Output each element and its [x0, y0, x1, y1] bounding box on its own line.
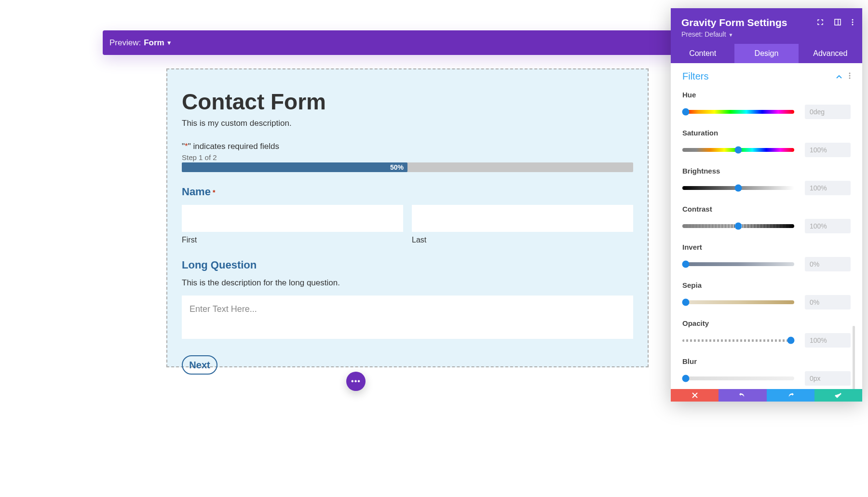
- preview-value-dropdown[interactable]: Form: [144, 38, 164, 48]
- sepia-label: Sepia: [682, 281, 851, 289]
- saturation-label: Saturation: [682, 129, 851, 137]
- invert-value-input[interactable]: 0%: [805, 257, 851, 271]
- dots-icon: •••: [351, 377, 361, 385]
- last-name-input[interactable]: [412, 205, 633, 232]
- brightness-value-input[interactable]: 100%: [805, 181, 851, 195]
- last-name-sublabel: Last: [412, 236, 633, 244]
- form-description: This is my custom description.: [182, 119, 633, 128]
- preview-bar: Preview: Form ▼: [103, 30, 714, 55]
- next-button[interactable]: Next: [182, 355, 217, 375]
- more-vertical-icon[interactable]: [849, 72, 851, 81]
- scrollbar[interactable]: [853, 326, 855, 389]
- invert-label: Invert: [682, 243, 851, 251]
- progress-fill: 50%: [182, 162, 407, 172]
- undo-button[interactable]: [719, 389, 766, 402]
- chevron-up-icon[interactable]: [836, 72, 842, 81]
- redo-button[interactable]: [767, 389, 814, 402]
- slider-thumb[interactable]: [682, 375, 689, 382]
- fullscreen-icon[interactable]: [817, 19, 824, 26]
- blur-label: Blur: [682, 357, 851, 365]
- saturation-value-input[interactable]: 100%: [805, 143, 851, 157]
- first-name-sublabel: First: [182, 236, 403, 244]
- first-name-input[interactable]: [182, 205, 403, 232]
- panel-footer: [671, 389, 862, 402]
- tab-advanced[interactable]: Advanced: [799, 44, 862, 63]
- name-field-label: Name*: [182, 186, 633, 198]
- contrast-slider[interactable]: [682, 224, 794, 228]
- slider-thumb[interactable]: [787, 337, 795, 344]
- chevron-down-icon[interactable]: ▼: [166, 40, 172, 46]
- required-star-icon: *: [213, 188, 215, 196]
- invert-slider[interactable]: [682, 262, 794, 266]
- close-button[interactable]: [671, 389, 719, 402]
- slider-thumb[interactable]: [682, 108, 689, 116]
- progress-bar: 50%: [182, 162, 633, 172]
- form-title: Contact Form: [182, 89, 633, 115]
- svg-point-5: [849, 72, 851, 74]
- slider-thumb[interactable]: [735, 147, 742, 154]
- svg-rect-0: [835, 19, 841, 25]
- long-question-label: Long Question: [182, 259, 633, 271]
- long-question-description: This is the description for the long que…: [182, 278, 633, 288]
- brightness-label: Brightness: [682, 167, 851, 175]
- slider-thumb[interactable]: [735, 223, 742, 230]
- contrast-label: Contrast: [682, 205, 851, 213]
- blur-slider[interactable]: [682, 376, 794, 380]
- panel-layout-icon[interactable]: [834, 19, 841, 26]
- slider-thumb[interactable]: [682, 261, 689, 268]
- tab-design[interactable]: Design: [734, 44, 798, 63]
- long-question-textarea[interactable]: [182, 296, 633, 339]
- panel-content: Filters Hue 0deg: [671, 63, 862, 389]
- svg-point-7: [849, 77, 851, 79]
- contrast-value-input[interactable]: 100%: [805, 219, 851, 233]
- sepia-slider[interactable]: [682, 300, 794, 304]
- svg-point-2: [852, 19, 854, 21]
- preset-dropdown[interactable]: Preset: Default ▼: [681, 30, 852, 38]
- opacity-label: Opacity: [682, 319, 851, 327]
- svg-point-6: [849, 75, 851, 76]
- floating-more-button[interactable]: •••: [346, 372, 366, 391]
- sepia-value-input[interactable]: 0%: [805, 295, 851, 309]
- svg-point-4: [852, 24, 854, 26]
- slider-thumb[interactable]: [682, 299, 689, 306]
- step-indicator: Step 1 of 2: [182, 153, 633, 161]
- settings-panel: Gravity Form Settings Preset: Default ▼ …: [671, 8, 862, 402]
- required-fields-hint: "*" indicates required fields: [182, 142, 633, 151]
- panel-tabs: Content Design Advanced: [671, 44, 862, 63]
- save-button[interactable]: [814, 389, 862, 402]
- opacity-slider[interactable]: [682, 339, 794, 342]
- hue-slider[interactable]: [682, 110, 794, 114]
- brightness-slider[interactable]: [682, 186, 794, 190]
- hue-label: Hue: [682, 91, 851, 99]
- panel-header: Gravity Form Settings Preset: Default ▼: [671, 8, 862, 44]
- blur-value-input[interactable]: 0px: [805, 371, 851, 386]
- opacity-value-input[interactable]: 100%: [805, 333, 851, 348]
- saturation-slider[interactable]: [682, 148, 794, 152]
- required-star-icon: *: [185, 142, 188, 151]
- chevron-down-icon: ▼: [727, 32, 733, 38]
- filters-section-title[interactable]: Filters: [682, 71, 708, 82]
- tab-content[interactable]: Content: [671, 44, 734, 63]
- form-preview: Contact Form This is my custom descripti…: [166, 68, 649, 367]
- svg-point-3: [852, 22, 854, 23]
- preview-label: Preview:: [109, 38, 141, 48]
- slider-thumb[interactable]: [735, 185, 742, 192]
- more-vertical-icon[interactable]: [852, 19, 854, 26]
- hue-value-input[interactable]: 0deg: [805, 105, 851, 119]
